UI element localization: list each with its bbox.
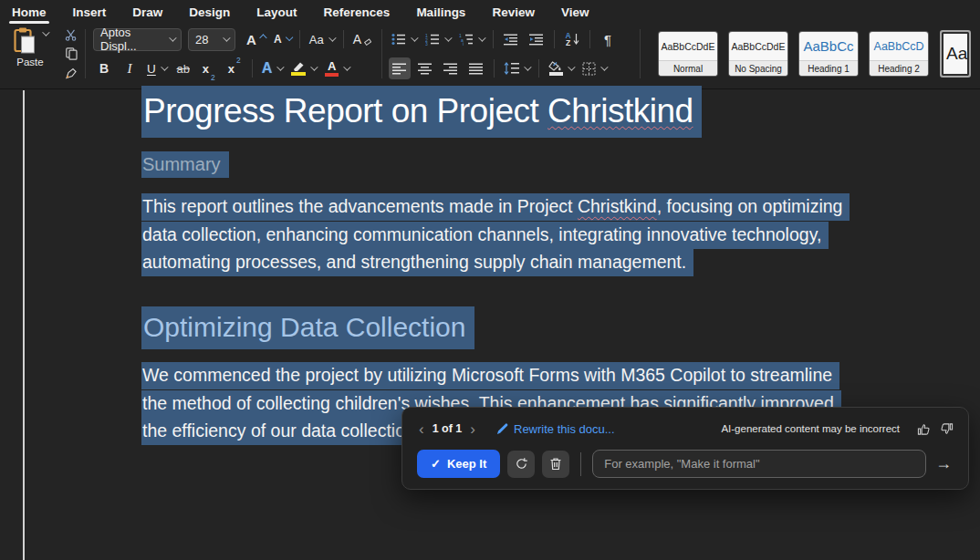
ribbon-chrome: Home Insert Draw Design Layout Reference…	[0, 0, 980, 89]
font-name-select[interactable]: Aptos Displ...	[93, 28, 182, 51]
style-normal[interactable]: AaBbCcDdE Normal	[659, 32, 717, 76]
body-text: automating processes, and strengthening …	[141, 249, 693, 276]
change-case-glyph: Aa	[309, 33, 324, 47]
style-title-selected[interactable]: Aa	[940, 30, 971, 78]
align-right-icon	[443, 63, 458, 75]
tab-review[interactable]: Review	[491, 5, 536, 24]
svg-text:3: 3	[425, 41, 428, 46]
style-preview: AaBbCcD	[870, 32, 928, 60]
style-label: Normal	[659, 60, 717, 76]
menu-bar: Home Insert Draw Design Layout Reference…	[0, 0, 980, 22]
tab-view[interactable]: View	[560, 5, 590, 24]
style-no-spacing[interactable]: AaBbCcDdE No Spacing	[729, 32, 787, 76]
divider	[343, 30, 344, 48]
copilot-prompt-input[interactable]	[592, 450, 926, 478]
borders-icon	[582, 62, 596, 76]
italic-button[interactable]: I	[119, 57, 141, 79]
tab-references[interactable]: References	[323, 5, 391, 24]
format-painter-button[interactable]	[60, 64, 82, 81]
subscript-x: x	[203, 62, 209, 76]
thumbs-down-icon[interactable]	[940, 422, 954, 436]
keep-it-button[interactable]: ✓ Keep It	[417, 450, 500, 478]
send-prompt-button[interactable]: →	[933, 454, 954, 473]
copy-button[interactable]	[60, 46, 82, 63]
tab-design[interactable]: Design	[188, 5, 231, 24]
shrink-font-glyph: A	[274, 33, 282, 46]
thumbs-up-icon[interactable]	[917, 422, 931, 436]
bullets-button[interactable]	[389, 28, 419, 50]
page-edge-line	[23, 90, 25, 560]
tab-draw[interactable]: Draw	[131, 5, 163, 24]
font-size-select[interactable]: 28	[188, 28, 235, 51]
group-divider	[85, 29, 86, 78]
decrease-indent-button[interactable]	[500, 28, 522, 50]
tab-mailings[interactable]: Mailings	[415, 5, 466, 24]
group-divider	[381, 29, 382, 78]
shading-icon	[548, 61, 563, 76]
group-divider	[640, 29, 641, 78]
paragraph-group-row1: 1 2 3 1 a i	[389, 27, 619, 51]
misspelled-word: Christkind	[578, 196, 657, 216]
multilevel-list-button[interactable]: 1 a i	[456, 28, 486, 50]
grow-font-button[interactable]: A	[244, 28, 267, 50]
tab-insert[interactable]: Insert	[72, 5, 108, 24]
styles-gallery: AaBbCcDdE Normal AaBbCcDdE No Spacing Aa…	[644, 26, 980, 82]
increase-indent-button[interactable]	[526, 28, 547, 50]
highlight-color-button[interactable]	[288, 57, 318, 79]
line-spacing-icon	[504, 62, 519, 75]
previous-suggestion-button[interactable]: ‹	[417, 421, 426, 437]
justify-button[interactable]	[465, 57, 487, 79]
underline-button[interactable]: U	[144, 57, 169, 79]
regenerate-button[interactable]	[507, 451, 535, 478]
chevron-down-icon	[161, 63, 168, 70]
cut-button[interactable]	[60, 26, 82, 44]
chevron-down-icon	[524, 63, 531, 70]
style-heading-1[interactable]: AaBbCc Heading 1	[799, 32, 858, 76]
svg-text:i: i	[463, 41, 464, 46]
scissors-icon	[65, 29, 78, 41]
clipboard-tools	[60, 26, 82, 82]
borders-button[interactable]	[579, 57, 609, 79]
sort-button[interactable]: A Z	[561, 28, 583, 50]
divider	[580, 452, 581, 476]
chevron-down-icon	[328, 34, 336, 41]
line-spacing-button[interactable]	[501, 57, 532, 79]
font-color-button[interactable]: A	[322, 57, 351, 79]
discard-button[interactable]	[542, 451, 569, 478]
strikethrough-glyph: ab	[177, 62, 190, 76]
style-preview: AaBbCcDdE	[729, 32, 787, 60]
style-heading-2[interactable]: AaBbCcD Heading 2	[870, 32, 928, 76]
shrink-font-button[interactable]: A	[271, 28, 293, 50]
tab-layout[interactable]: Layout	[255, 5, 297, 24]
align-left-button[interactable]	[389, 57, 411, 79]
copilot-rewrite-panel: ‹ 1 of 1 › Rewrite this docu... AI-gener…	[401, 407, 969, 490]
bold-button[interactable]: B	[93, 57, 115, 79]
ai-disclaimer: AI-generated content may be incorrect	[721, 423, 900, 434]
underline-glyph: U	[147, 62, 156, 76]
regenerate-icon	[515, 457, 528, 471]
clear-formatting-button[interactable]: A	[350, 28, 374, 50]
chevron-down-icon	[568, 63, 575, 70]
paste-button[interactable]: Paste	[7, 26, 53, 82]
change-case-button[interactable]: Aa	[307, 28, 337, 50]
copilot-header-row: ‹ 1 of 1 › Rewrite this docu... AI-gener…	[417, 420, 954, 438]
show-formatting-button[interactable]: ¶	[597, 28, 619, 50]
shading-button[interactable]	[546, 57, 576, 79]
document-title[interactable]: Progress Report on Project Christkind	[141, 92, 702, 130]
section-heading[interactable]: Optimizing Data Collection	[141, 312, 474, 343]
paragraph-1[interactable]: This report outlines the advancements ma…	[141, 196, 850, 280]
font-size-value: 28	[195, 33, 208, 47]
word-window: Home Insert Draw Design Layout Reference…	[0, 0, 980, 560]
numbering-button[interactable]: 1 2 3	[422, 28, 453, 50]
align-center-button[interactable]	[414, 57, 436, 79]
strikethrough-button[interactable]: ab	[172, 57, 194, 79]
rewrite-document-link[interactable]: Rewrite this docu...	[496, 422, 615, 436]
next-suggestion-button[interactable]: ›	[468, 421, 477, 437]
tab-home[interactable]: Home	[11, 5, 47, 24]
align-right-button[interactable]	[440, 57, 462, 79]
summary-heading[interactable]: Summary	[141, 154, 229, 175]
clear-formatting-glyph: A	[353, 32, 361, 47]
subscript-button[interactable]: x 2	[198, 57, 220, 79]
text-effects-button[interactable]: A	[259, 57, 286, 79]
superscript-button[interactable]: x 2	[224, 57, 245, 79]
